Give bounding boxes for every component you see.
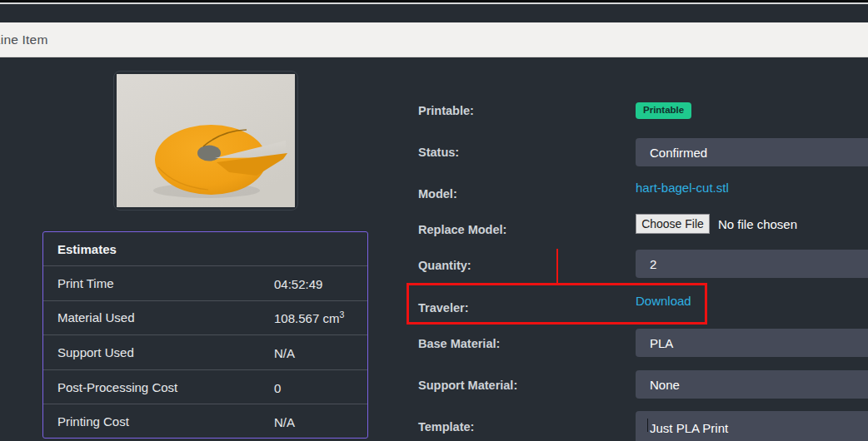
estimate-value: 0 [274,379,281,395]
base-material-label: Base Material: [418,337,500,350]
estimates-table: Estimates Print Time 04:52:49 Material U… [42,231,368,439]
table-row: Printing Cost N/A [43,404,367,439]
estimate-value: N/A [274,344,295,360]
table-row: Support Used N/A [43,334,367,369]
template-value: Just PLA Print [650,421,728,435]
estimate-label: Post-Processing Cost [43,380,177,394]
status-label: Status: [418,146,459,159]
table-row: Material Used 108.567 cm3 [43,300,367,335]
annotation-pointer-line [556,249,558,284]
estimate-label: Support Used [43,345,134,359]
annotation-highlight-box [407,283,707,325]
support-material-label: Support Material: [418,379,517,392]
estimate-value: 108.567 cm3 [274,310,344,325]
replace-model-label: Replace Model: [418,223,506,236]
template-label: Template: [418,420,474,434]
page-header: Line Item [0,22,868,57]
file-chosen-status: No file chosen [718,217,797,231]
replace-model-file-input[interactable]: Choose File No file chosen [636,214,797,234]
estimate-value: 04:52:49 [274,275,322,291]
template-select[interactable]: Just PLA Print [636,411,868,441]
table-row: Print Time 04:52:49 [43,265,367,300]
app-navbar [0,4,868,22]
text-caret [647,419,648,432]
support-material-select[interactable]: None [636,370,868,399]
printable-label: Printable: [418,104,474,117]
quantity-label: Quantity: [418,259,471,272]
printable-status-badge: Printable [636,102,691,119]
estimate-value: N/A [274,414,295,429]
model-label: Model: [418,187,457,201]
choose-file-button[interactable]: Choose File [636,214,710,234]
estimate-label: Print Time [43,276,114,290]
model-file-link[interactable]: hart-bagel-cut.stl [636,181,729,195]
quantity-input[interactable]: 2 [636,250,868,278]
page-title: Line Item [0,32,48,47]
estimate-label: Material Used [43,310,135,325]
model-thumbnail-card [113,71,298,211]
status-select[interactable]: Confirmed [636,138,868,166]
estimates-title: Estimates [43,232,367,265]
estimate-label: Printing Cost [43,414,129,429]
model-preview-image [117,74,295,207]
table-row: Post-Processing Cost 0 [43,369,367,404]
base-material-select[interactable]: PLA [636,329,868,357]
